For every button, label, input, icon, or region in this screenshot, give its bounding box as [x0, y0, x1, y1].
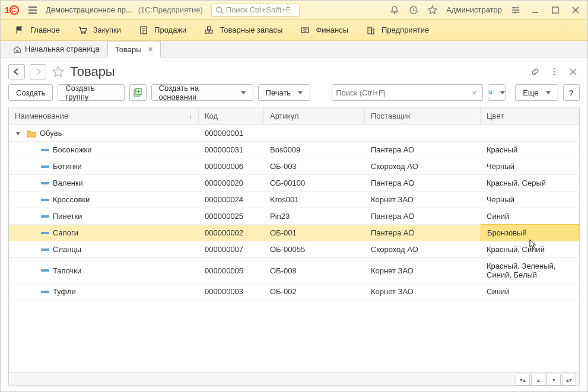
- nav-item-1[interactable]: Закупки: [69, 22, 129, 39]
- nav-item-0[interactable]: Главное: [7, 22, 68, 39]
- content-area: Товары Создать Создать группу Создать на…: [0, 57, 588, 392]
- item-icon: [41, 291, 49, 293]
- home-icon: [13, 45, 21, 53]
- cell-supplier: Скороход АО: [365, 241, 481, 257]
- print-button[interactable]: Печать: [258, 84, 311, 101]
- cell-code: 000000024: [199, 192, 264, 208]
- scroll-bottom-icon[interactable]: ▴▾: [562, 374, 576, 385]
- scroll-up-icon[interactable]: ▴: [531, 374, 545, 385]
- table-row[interactable]: Кроссовки000000024Kros001Корнет ЗАОЧерны…: [9, 192, 579, 208]
- table-row[interactable]: Тапочки000000005ОБ-008Корнет ЗАОКрасный,…: [9, 258, 579, 283]
- tab-home[interactable]: Начальная страница: [5, 41, 107, 57]
- tab-close-icon[interactable]: ✕: [148, 46, 153, 53]
- cell-supplier: [365, 125, 481, 141]
- create-based-on-button[interactable]: Создать на основании: [151, 84, 253, 101]
- item-icon: [41, 199, 49, 201]
- table-row[interactable]: Туфли000000003ОБ-002Корнет ЗАОСиний: [9, 283, 579, 300]
- svg-point-5: [394, 12, 396, 14]
- nav-forward-button[interactable]: [30, 64, 46, 79]
- table-row[interactable]: Сланцы000000007ОБ-00055Скороход АОКрасны…: [9, 241, 579, 258]
- bell-icon[interactable]: [387, 2, 402, 18]
- cell-color: Синий: [481, 208, 579, 224]
- row-name: Босоножки: [53, 145, 92, 154]
- svg-point-11: [517, 9, 519, 11]
- settings-icon[interactable]: [508, 2, 523, 18]
- cell-name: Валенки: [9, 175, 199, 191]
- create-group-button[interactable]: Создать группу: [58, 84, 125, 101]
- tab-goods[interactable]: Товары ✕: [107, 41, 161, 58]
- scroll-top-icon[interactable]: ▾▴: [516, 374, 530, 385]
- favorite-toggle[interactable]: [51, 65, 65, 79]
- cell-article: ОБ-00100: [264, 175, 365, 191]
- link-icon[interactable]: [529, 65, 542, 78]
- search-options-button[interactable]: [488, 84, 506, 101]
- close-page-icon[interactable]: [567, 65, 580, 78]
- table-row[interactable]: Валенки000000020ОБ-00100Пантера АОКрасны…: [9, 175, 579, 192]
- cell-supplier: Пантера АО: [365, 175, 481, 191]
- nav-item-5[interactable]: Предприятие: [358, 22, 437, 39]
- maximize-button[interactable]: [547, 2, 564, 18]
- cell-color: Синий: [481, 283, 579, 299]
- table-header: Наименование↓ Код Артикул Поставщик Цвет: [9, 107, 579, 125]
- cell-article: [264, 125, 365, 141]
- create-button[interactable]: Создать: [8, 84, 53, 101]
- cell-color: Красный, Синий: [481, 241, 579, 257]
- table-row[interactable]: Сапоги000000002ОБ-001Пантера АОБронзовый: [9, 225, 579, 241]
- cell-name: Туфли: [9, 283, 199, 299]
- cell-supplier: Скороход АО: [365, 158, 481, 174]
- nav-label: Предприятие: [382, 26, 429, 34]
- page-title: Товары: [70, 64, 115, 79]
- copy-create-button[interactable]: [129, 84, 146, 101]
- item-icon: [41, 269, 49, 272]
- table-row[interactable]: Ботинки000000006ОБ-003Скороход АОЧерный: [9, 158, 579, 175]
- table-row[interactable]: Пинетки000000025Pin23Пантера АОСиний: [9, 208, 579, 225]
- row-name: Кроссовки: [53, 195, 90, 204]
- cell-supplier: Корнет ЗАО: [365, 258, 481, 283]
- global-search[interactable]: Поиск Ctrl+Shift+F: [211, 4, 300, 17]
- svg-line-42: [491, 93, 492, 94]
- cell-code: 000000003: [199, 283, 264, 299]
- th-color[interactable]: Цвет: [481, 107, 579, 125]
- th-supplier[interactable]: Поставщик: [365, 107, 481, 125]
- tree-toggle-icon[interactable]: ▾: [16, 129, 23, 138]
- row-name: Пинетки: [53, 212, 82, 221]
- svg-point-34: [554, 74, 555, 76]
- item-icon: [41, 165, 49, 168]
- th-article[interactable]: Артикул: [264, 107, 365, 125]
- clear-search-icon[interactable]: ×: [470, 88, 479, 97]
- th-name[interactable]: Наименование↓: [9, 107, 199, 125]
- menu-icon[interactable]: [27, 4, 39, 16]
- more-button[interactable]: Еще: [515, 84, 558, 101]
- user-label[interactable]: Администратор: [446, 5, 502, 14]
- table-row[interactable]: Босоножки000000031Bos0009Пантера АОКрасн…: [9, 142, 579, 158]
- nav-label: Главное: [30, 26, 60, 34]
- table-row[interactable]: ▾Обувь000000001: [9, 125, 579, 142]
- list-search[interactable]: ×: [332, 84, 483, 101]
- nav-item-3[interactable]: Товарные запасы: [196, 22, 291, 39]
- close-window-button[interactable]: [567, 2, 584, 18]
- page-header: Товары: [8, 64, 580, 79]
- scroll-down-icon[interactable]: ▾: [546, 374, 561, 385]
- nav-back-button[interactable]: [8, 64, 25, 79]
- cell-name: Кроссовки: [9, 192, 199, 208]
- th-code[interactable]: Код: [199, 107, 264, 125]
- receipt-icon: [139, 26, 148, 35]
- nav-item-2[interactable]: Продажи: [131, 22, 195, 39]
- cell-article: ОБ-003: [264, 158, 365, 174]
- svg-point-17: [81, 32, 82, 34]
- history-icon[interactable]: [406, 2, 421, 18]
- tab-bar: Начальная страница Товары ✕: [1, 41, 587, 58]
- svg-rect-25: [208, 27, 211, 30]
- svg-rect-23: [205, 30, 208, 33]
- cell-color: Красный, Серый: [481, 175, 579, 191]
- list-search-input[interactable]: [336, 88, 469, 97]
- more-vert-icon[interactable]: [548, 65, 561, 78]
- minimize-button[interactable]: [527, 2, 543, 18]
- cell-name: Сапоги: [9, 225, 199, 241]
- help-button[interactable]: ?: [563, 84, 580, 101]
- star-icon[interactable]: [425, 2, 440, 18]
- nav-item-4[interactable]: Финансы: [292, 22, 357, 39]
- cell-code: 000000025: [199, 208, 264, 224]
- svg-line-4: [221, 11, 223, 14]
- svg-point-41: [489, 91, 492, 94]
